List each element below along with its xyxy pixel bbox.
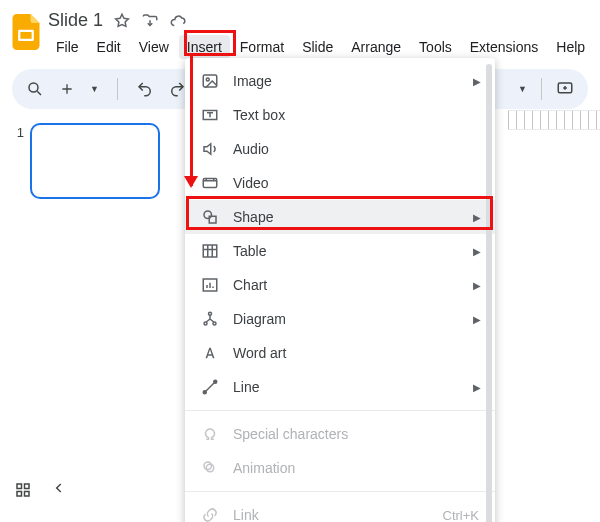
menu-edit[interactable]: Edit bbox=[89, 35, 129, 59]
menu-item-label: Text box bbox=[233, 107, 285, 123]
menu-item-label: Shape bbox=[233, 209, 273, 225]
menu-item-label: Chart bbox=[233, 277, 267, 293]
star-icon[interactable] bbox=[113, 12, 131, 30]
menu-insert[interactable]: Insert bbox=[179, 35, 230, 59]
menu-item-label: Video bbox=[233, 175, 269, 191]
redo-icon[interactable] bbox=[168, 80, 186, 98]
svg-point-16 bbox=[209, 312, 212, 315]
new-slide-icon[interactable] bbox=[58, 80, 76, 98]
menu-divider bbox=[185, 410, 495, 411]
svg-rect-14 bbox=[203, 245, 217, 257]
svg-rect-4 bbox=[17, 484, 22, 489]
slide-thumbnail[interactable] bbox=[30, 123, 160, 199]
grid-view-icon[interactable] bbox=[14, 481, 32, 499]
menu-scrollbar[interactable] bbox=[486, 64, 492, 522]
menu-view[interactable]: View bbox=[131, 35, 177, 59]
submenu-arrow-icon: ▶ bbox=[473, 246, 481, 257]
menu-item-label: Image bbox=[233, 73, 272, 89]
menu-item-label: Audio bbox=[233, 141, 269, 157]
animation-icon bbox=[201, 459, 219, 477]
collapse-icon[interactable] bbox=[52, 481, 70, 499]
menu-slide[interactable]: Slide bbox=[294, 35, 341, 59]
svg-rect-7 bbox=[25, 492, 30, 497]
menu-format[interactable]: Format bbox=[232, 35, 292, 59]
svg-point-2 bbox=[29, 83, 38, 92]
submenu-arrow-icon: ▶ bbox=[473, 76, 481, 87]
menu-item-video[interactable]: Video bbox=[185, 166, 495, 200]
line-icon bbox=[201, 378, 219, 396]
toolbar-separator bbox=[117, 78, 118, 100]
cloud-status-icon[interactable] bbox=[169, 12, 187, 30]
search-icon[interactable] bbox=[26, 80, 44, 98]
undo-icon[interactable] bbox=[136, 80, 154, 98]
menu-item-audio[interactable]: Audio bbox=[185, 132, 495, 166]
menu-item-table[interactable]: Table ▶ bbox=[185, 234, 495, 268]
toolbar-more-icon[interactable]: ▼ bbox=[518, 84, 527, 94]
menu-item-link: Link Ctrl+K bbox=[185, 498, 495, 522]
menu-tools[interactable]: Tools bbox=[411, 35, 460, 59]
wordart-icon bbox=[201, 344, 219, 362]
submenu-arrow-icon: ▶ bbox=[473, 382, 481, 393]
menu-item-label: Special characters bbox=[233, 426, 348, 442]
omega-icon bbox=[201, 425, 219, 443]
document-title[interactable]: Slide 1 bbox=[48, 10, 103, 31]
menu-file[interactable]: File bbox=[48, 35, 87, 59]
diagram-icon bbox=[201, 310, 219, 328]
menu-item-label: Link bbox=[233, 507, 259, 522]
svg-point-12 bbox=[204, 211, 212, 219]
move-icon[interactable] bbox=[141, 12, 159, 30]
menu-item-line[interactable]: Line ▶ bbox=[185, 370, 495, 404]
menu-item-special-characters: Special characters bbox=[185, 417, 495, 451]
menubar: File Edit View Insert Format Slide Arran… bbox=[48, 35, 593, 59]
new-slide-dropdown-icon[interactable]: ▼ bbox=[90, 84, 99, 94]
svg-rect-1 bbox=[20, 32, 31, 39]
submenu-arrow-icon: ▶ bbox=[473, 280, 481, 291]
menu-item-animation: Animation bbox=[185, 451, 495, 485]
app-icon[interactable] bbox=[12, 8, 40, 56]
svg-rect-8 bbox=[203, 75, 217, 87]
menu-arrange[interactable]: Arrange bbox=[343, 35, 409, 59]
svg-point-19 bbox=[203, 391, 206, 394]
audio-icon bbox=[201, 140, 219, 158]
menu-item-label: Line bbox=[233, 379, 259, 395]
menu-help[interactable]: Help bbox=[548, 35, 593, 59]
menu-item-diagram[interactable]: Diagram ▶ bbox=[185, 302, 495, 336]
svg-rect-11 bbox=[203, 179, 217, 188]
svg-point-17 bbox=[204, 322, 207, 325]
menu-item-image[interactable]: Image ▶ bbox=[185, 64, 495, 98]
menu-item-label: Word art bbox=[233, 345, 286, 361]
chart-icon bbox=[201, 276, 219, 294]
menu-item-label: Animation bbox=[233, 460, 295, 476]
menu-divider bbox=[185, 491, 495, 492]
submenu-arrow-icon: ▶ bbox=[473, 314, 481, 325]
menu-item-wordart[interactable]: Word art bbox=[185, 336, 495, 370]
menu-item-textbox[interactable]: Text box bbox=[185, 98, 495, 132]
toolbar-separator bbox=[541, 78, 542, 100]
image-icon bbox=[201, 72, 219, 90]
menu-shortcut: Ctrl+K bbox=[443, 508, 479, 523]
textbox-icon bbox=[201, 106, 219, 124]
menu-item-label: Table bbox=[233, 243, 266, 259]
menu-item-label: Diagram bbox=[233, 311, 286, 327]
svg-rect-6 bbox=[17, 492, 22, 497]
menu-item-shape[interactable]: Shape ▶ bbox=[185, 200, 495, 234]
link-icon bbox=[201, 506, 219, 522]
insert-menu-dropdown: Image ▶ Text box Audio Video Shape ▶ Tab… bbox=[185, 58, 495, 522]
svg-point-18 bbox=[213, 322, 216, 325]
comment-add-icon[interactable] bbox=[556, 80, 574, 98]
submenu-arrow-icon: ▶ bbox=[473, 212, 481, 223]
menu-extensions[interactable]: Extensions bbox=[462, 35, 546, 59]
menu-item-chart[interactable]: Chart ▶ bbox=[185, 268, 495, 302]
video-icon bbox=[201, 174, 219, 192]
slide-number: 1 bbox=[14, 123, 24, 140]
table-icon bbox=[201, 242, 219, 260]
shape-icon bbox=[201, 208, 219, 226]
svg-point-20 bbox=[214, 380, 217, 383]
svg-point-9 bbox=[206, 78, 209, 81]
svg-rect-5 bbox=[25, 484, 30, 489]
